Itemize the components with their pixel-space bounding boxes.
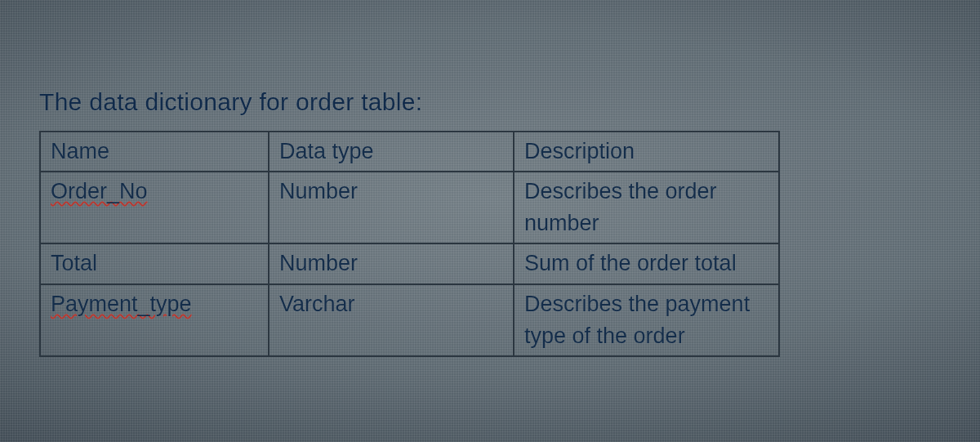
header-description: Description: [514, 132, 779, 172]
cell-description: Describes the payment type of the order: [514, 284, 779, 356]
header-name: Name: [40, 132, 269, 172]
table-row: Total Number Sum of the order total: [40, 243, 779, 284]
data-dictionary-table: Name Data type Description Order_No Numb…: [39, 131, 780, 357]
document-page: The data dictionary for order table: Nam…: [39, 88, 921, 357]
cell-datatype: Number: [269, 172, 514, 243]
table-header-row: Name Data type Description: [40, 132, 779, 172]
cell-description: Sum of the order total: [514, 243, 779, 284]
cell-name: Payment_type: [40, 284, 269, 356]
table-row: Payment_type Varchar Describes the payme…: [40, 284, 779, 356]
cell-datatype: Number: [269, 243, 514, 284]
header-datatype: Data type: [269, 132, 514, 172]
page-title: The data dictionary for order table:: [39, 88, 921, 116]
field-name-text: Payment_type: [51, 292, 192, 316]
cell-name: Order_No: [40, 172, 269, 243]
cell-description: Describes the order number: [514, 172, 779, 243]
table-row: Order_No Number Describes the order numb…: [40, 172, 779, 243]
field-name-text: Order_No: [51, 179, 148, 203]
cell-name: Total: [40, 243, 269, 284]
cell-datatype: Varchar: [269, 284, 514, 356]
